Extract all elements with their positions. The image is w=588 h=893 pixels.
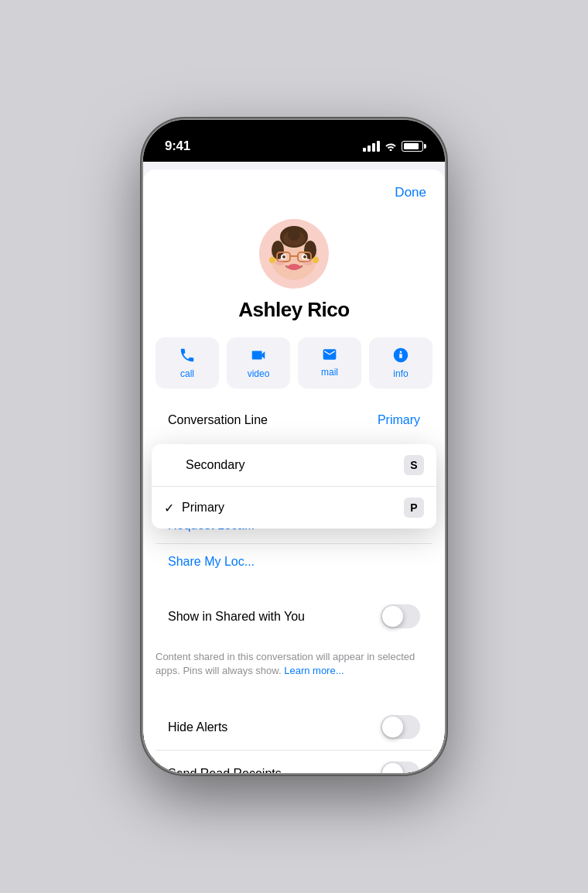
done-button[interactable]: Done xyxy=(391,182,429,204)
action-buttons-row: call video xyxy=(143,337,445,388)
contact-name: Ashley Rico xyxy=(238,298,349,322)
send-read-receipts-row: Send Read Receipts xyxy=(156,750,432,773)
phone-screen: 9:41 Done xyxy=(143,120,445,773)
sheet-header: Done xyxy=(143,169,445,211)
sheet: Done xyxy=(143,169,445,773)
dropdown-menu: Secondary S ✓ Primary P xyxy=(152,444,436,529)
primary-badge: P xyxy=(404,498,424,518)
mail-button[interactable]: mail xyxy=(298,337,361,388)
svg-point-12 xyxy=(303,255,306,258)
status-icons xyxy=(363,141,423,152)
shared-with-you-row: Show in Shared with You xyxy=(156,594,432,639)
mail-icon xyxy=(320,347,339,362)
call-label: call xyxy=(180,368,194,379)
svg-point-14 xyxy=(269,257,275,263)
info-button[interactable]: info xyxy=(369,337,432,388)
conversation-line-label: Conversation Line xyxy=(168,413,268,427)
share-location-row[interactable]: Share My Loc... xyxy=(156,543,432,580)
call-button[interactable]: call xyxy=(156,337,219,388)
wifi-icon xyxy=(385,142,397,151)
video-label: video xyxy=(248,368,270,379)
checkmark-icon: ✓ xyxy=(164,501,174,515)
alerts-section: Hide Alerts Send Read Receipts xyxy=(156,704,432,773)
dropdown-item-secondary[interactable]: Secondary S xyxy=(152,444,436,486)
video-icon xyxy=(249,347,268,364)
shared-with-you-toggle[interactable] xyxy=(381,604,420,628)
signal-icon xyxy=(363,141,380,152)
avatar xyxy=(259,219,329,289)
secondary-label: Secondary xyxy=(186,458,245,472)
video-button[interactable]: video xyxy=(227,337,290,388)
shared-with-you-label: Show in Shared with You xyxy=(168,610,305,624)
svg-point-11 xyxy=(282,255,285,258)
svg-point-16 xyxy=(275,261,285,265)
hide-alerts-toggle[interactable] xyxy=(381,715,420,739)
info-label: info xyxy=(393,368,408,379)
hide-alerts-row: Hide Alerts xyxy=(156,704,432,750)
status-time: 9:41 xyxy=(165,139,190,154)
info-icon xyxy=(392,347,409,364)
mail-label: mail xyxy=(321,367,338,378)
svg-point-3 xyxy=(288,228,300,241)
share-location-label: Share My Loc... xyxy=(168,555,255,568)
hide-alerts-label: Hide Alerts xyxy=(168,720,227,734)
secondary-badge: S xyxy=(404,455,424,475)
battery-icon xyxy=(402,141,423,152)
content-area: Done xyxy=(143,162,445,773)
phone-icon xyxy=(179,347,196,364)
send-read-receipts-label: Send Read Receipts xyxy=(168,767,282,773)
svg-point-15 xyxy=(313,257,319,263)
shared-description: Content shared in this conversation will… xyxy=(143,644,445,690)
send-read-receipts-toggle[interactable] xyxy=(381,761,420,773)
conversation-line-section: Conversation Line Primary Secondary S xyxy=(156,402,432,438)
conversation-line-value: Primary xyxy=(378,413,420,427)
shared-with-you-section: Show in Shared with You xyxy=(156,594,432,639)
dropdown-item-primary[interactable]: ✓ Primary P xyxy=(152,486,436,529)
dynamic-island xyxy=(248,129,340,156)
svg-point-13 xyxy=(288,264,300,270)
svg-point-17 xyxy=(303,261,313,265)
avatar-section: Ashley Rico xyxy=(143,211,445,337)
primary-label: Primary xyxy=(182,501,224,515)
conversation-line-row[interactable]: Conversation Line Primary xyxy=(156,402,432,438)
avatar-image xyxy=(263,223,325,285)
phone-device: 9:41 Done xyxy=(143,120,445,773)
learn-more-link[interactable]: Learn more... xyxy=(284,665,344,676)
status-bar: 9:41 xyxy=(143,120,445,162)
